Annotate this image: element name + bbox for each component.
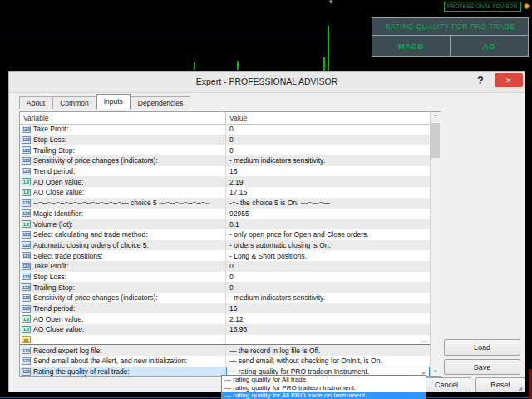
- table-row[interactable]: 1.2AO Open value:2.12: [20, 313, 430, 324]
- tab-about[interactable]: About: [19, 96, 52, 109]
- ea-name-label: PROFESSIONAL ADVISOR: [444, 2, 521, 12]
- table-row[interactable]: 123Sensitivity of price changes (indicat…: [20, 155, 430, 166]
- table-row[interactable]: 123Automatic closing orders of choice 5:…: [20, 240, 430, 251]
- variable-cell: 1.2Volume (lot):: [20, 219, 226, 229]
- value-cell[interactable]: 17.15: [226, 187, 430, 198]
- table-row[interactable]: 123--=--=--=--=--=--=--=--=--=--=--- cho…: [20, 198, 430, 209]
- variable-cell: 123Select calculating and trade method:: [20, 229, 226, 240]
- column-header-value[interactable]: Value: [226, 112, 441, 124]
- value-cell[interactable]: 92955: [226, 209, 430, 219]
- int-type-icon: 123: [22, 200, 31, 207]
- chart-spike: [237, 61, 239, 70]
- value-cell[interactable]: - medium indicators sensitivity.: [226, 293, 430, 303]
- value-cell[interactable]: 16.96: [226, 324, 430, 335]
- table-row[interactable]: 1.2Volume (lot):0.1: [20, 219, 430, 229]
- scroll-up-icon[interactable]: ⌃: [431, 112, 441, 122]
- dialog-titlebar[interactable]: Expert - PROFESSIONAL ADVISOR ? ✕: [9, 72, 525, 93]
- tab-common[interactable]: Common: [52, 96, 96, 109]
- value-cell[interactable]: - medium indicators sensitivity.: [226, 155, 430, 166]
- dropdown-option[interactable]: --- rating quality for All trade.: [222, 376, 426, 384]
- value-text: 0.1: [229, 220, 239, 229]
- table-row[interactable]: 123Trailing Stop:0: [20, 145, 430, 155]
- macd-button[interactable]: MACD: [372, 36, 450, 56]
- table-row[interactable]: 123Take Profit:0: [20, 124, 430, 135]
- table-row[interactable]: 123Take Profit:0: [20, 261, 430, 272]
- int-type-icon: 123: [22, 273, 31, 280]
- table-row[interactable]: 123Record expert log file:--- the record…: [20, 345, 430, 356]
- scrollbar-thumb[interactable]: [431, 123, 440, 158]
- help-button[interactable]: ?: [473, 75, 488, 86]
- table-row[interactable]: 123Magic Identifier:92955: [20, 209, 430, 219]
- value-cell[interactable]: 0: [226, 135, 430, 145]
- value-text: - Long & Short positions.: [229, 252, 307, 260]
- table-row[interactable]: ab...: [20, 335, 430, 346]
- column-header-variable[interactable]: Variable: [20, 112, 226, 124]
- int-type-icon: 123: [22, 357, 31, 365]
- tab-dependencies[interactable]: Dependencies: [131, 96, 190, 109]
- variable-cell: 123Sensitivity of price changes (indicat…: [20, 155, 226, 166]
- cancel-button[interactable]: Cancel: [422, 377, 470, 392]
- value-text: 17.15: [229, 188, 247, 196]
- table-row[interactable]: 123Select calculating and trade method:-…: [20, 229, 430, 240]
- browse-ellipsis-button[interactable]: ...: [421, 336, 430, 343]
- table-row[interactable]: 123Send email about the Alert, and new i…: [20, 356, 430, 367]
- int-type-icon: 123: [22, 241, 31, 249]
- variable-cell: 123Trailing Stop:: [20, 282, 226, 293]
- ea-status-icon: [524, 3, 530, 9]
- variable-cell: 123Trailing Stop:: [20, 145, 226, 155]
- table-body: 123Take Profit:0123Stop Loss:0123Trailin…: [20, 124, 430, 376]
- int-type-icon: 123: [22, 263, 31, 270]
- save-button[interactable]: Save: [444, 359, 520, 375]
- value-cell[interactable]: -=- the choice 5 is On. ---=---=---: [226, 198, 430, 209]
- table-row[interactable]: 123Trend period:16: [20, 303, 430, 314]
- table-row[interactable]: 123Sensitivity of price changes (indicat…: [20, 293, 430, 303]
- table-row[interactable]: 1.2AO Close value:17.15: [20, 187, 430, 198]
- table-row[interactable]: 123Stop Loss:0: [20, 135, 430, 145]
- combo-dropdown-list: --- rating quality for All trade.--- rat…: [221, 375, 426, 399]
- value-cell[interactable]: 0.1: [226, 219, 430, 229]
- value-cell[interactable]: - Long & Short positions.: [226, 250, 430, 261]
- int-type-icon: 123: [22, 157, 31, 165]
- value-cell[interactable]: 16: [226, 303, 430, 314]
- dbl-type-icon: 1.2: [22, 189, 31, 196]
- table-row[interactable]: 1.2AO Open value:2.19: [20, 176, 430, 187]
- variable-cell: 123Stop Loss:: [20, 272, 226, 283]
- variable-label: Record expert log file:: [33, 347, 102, 355]
- resize-grip[interactable]: ◢: [518, 385, 524, 391]
- table-row[interactable]: 1.2AO Close value:16.96: [20, 324, 430, 335]
- value-cell[interactable]: 0: [226, 272, 430, 283]
- close-button[interactable]: ✕: [495, 73, 523, 87]
- table-row[interactable]: 123Trailing Stop:0: [20, 282, 430, 293]
- value-cell[interactable]: 0: [226, 261, 430, 272]
- value-cell[interactable]: 0: [226, 124, 430, 135]
- dropdown-option[interactable]: --- rating quality for PRO tradeon Instr…: [222, 384, 426, 392]
- int-type-icon: 123: [22, 294, 31, 302]
- value-text: 0: [229, 283, 234, 292]
- value-cell[interactable]: - orders automatic closing is On.: [226, 240, 430, 251]
- table-row[interactable]: 123Stop Loss:0: [20, 272, 430, 283]
- value-cell[interactable]: 16: [226, 166, 430, 177]
- table-scrollbar[interactable]: ⌃ ⌄: [430, 112, 441, 376]
- value-cell[interactable]: 2.12: [226, 313, 430, 324]
- variable-cell: 123Trend period:: [20, 166, 226, 177]
- value-cell[interactable]: 2.19: [226, 176, 430, 187]
- value-cell[interactable]: 0: [226, 282, 430, 293]
- variable-label: Trailing Stop:: [33, 146, 75, 155]
- table-row[interactable]: 123Trend period:16: [20, 166, 430, 177]
- table-row[interactable]: 123Select trade positions:- Long & Short…: [20, 250, 430, 261]
- dbl-type-icon: 1.2: [22, 315, 31, 323]
- ao-button[interactable]: AO: [450, 36, 528, 56]
- value-cell[interactable]: 0: [226, 145, 430, 155]
- variable-cell: 123Magic Identifier:: [20, 209, 226, 219]
- tab-inputs[interactable]: Inputs: [96, 94, 131, 109]
- value-cell[interactable]: - only open price for Open and Close ord…: [226, 229, 430, 240]
- variable-label: Trailing Stop:: [33, 283, 75, 292]
- dropdown-option[interactable]: --- rating quality for All PRO trade on …: [222, 392, 426, 399]
- value-cell[interactable]: ...: [226, 335, 430, 345]
- value-cell[interactable]: --- the record in log file is Off.: [226, 345, 430, 356]
- load-button[interactable]: Load: [444, 339, 520, 356]
- value-cell[interactable]: --- send email, without checking for OnI…: [226, 356, 430, 367]
- value-text: - only open price for Open and Close ord…: [229, 230, 369, 239]
- variable-cell: 123Automatic closing orders of choice 5:: [20, 240, 226, 251]
- scroll-down-icon[interactable]: ⌄: [431, 365, 441, 375]
